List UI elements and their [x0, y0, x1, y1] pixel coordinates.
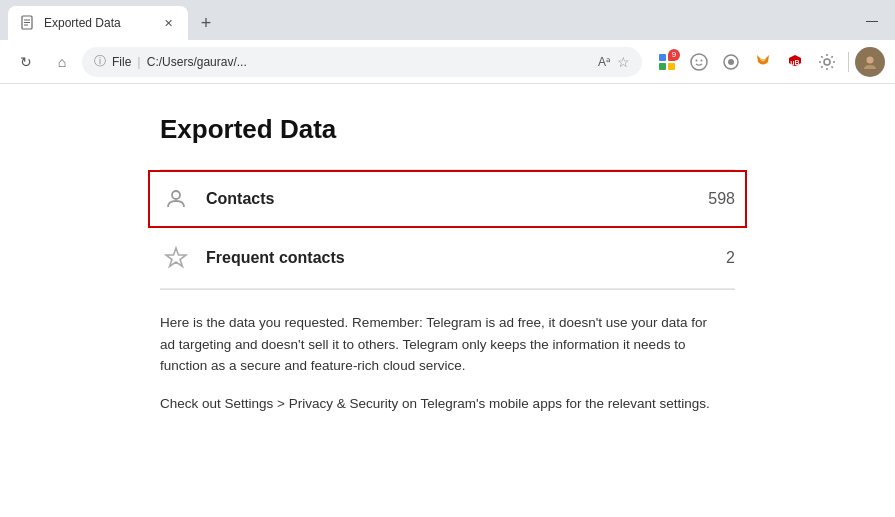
tab-close-button[interactable]: ✕	[160, 15, 176, 31]
fox-extension-button[interactable]	[748, 47, 778, 77]
reload-button[interactable]: ↻	[10, 46, 42, 78]
page-title: Exported Data	[160, 114, 735, 145]
info-paragraph-2: Check out Settings > Privacy & Security …	[160, 393, 720, 415]
separator: |	[137, 54, 140, 69]
svg-point-8	[691, 54, 707, 70]
contacts-count: 598	[708, 190, 735, 208]
address-text: C:/Users/gaurav/...	[147, 55, 247, 69]
items-divider	[160, 289, 735, 290]
svg-point-16	[172, 191, 180, 199]
svg-point-9	[696, 59, 698, 61]
window-controls: —	[849, 6, 895, 40]
minimize-button[interactable]: —	[849, 6, 895, 36]
bookmark-icon: ☆	[617, 54, 630, 70]
svg-rect-7	[668, 63, 675, 70]
frequent-contacts-label: Frequent contacts	[206, 249, 726, 267]
svg-point-15	[867, 56, 874, 63]
svg-text:uB: uB	[790, 59, 799, 66]
svg-point-14	[824, 59, 830, 65]
extensions-badge: 9	[668, 49, 680, 61]
address-bar[interactable]: ⓘ File | C:/Users/gaurav/... Aᵃ ☆	[82, 47, 642, 77]
browser-toolbar: ↻ ⌂ ⓘ File | C:/Users/gaurav/... Aᵃ ☆ 9	[0, 40, 895, 84]
tab-title: Exported Data	[44, 16, 152, 30]
home-button[interactable]: ⌂	[46, 46, 78, 78]
toolbar-separator	[848, 52, 849, 72]
reader-view-icon: Aᵃ	[598, 55, 611, 69]
svg-rect-6	[659, 63, 666, 70]
tab-exported-data[interactable]: Exported Data ✕	[8, 6, 188, 40]
home-icon: ⌂	[58, 54, 66, 70]
circle-extension-button[interactable]	[716, 47, 746, 77]
gear-extension-button[interactable]	[812, 47, 842, 77]
frequent-contacts-count: 2	[726, 249, 735, 267]
new-tab-button[interactable]: +	[192, 9, 220, 37]
toolbar-extensions: 9	[652, 47, 885, 77]
info-paragraph-1: Here is the data you requested. Remember…	[160, 312, 720, 377]
page-content: Exported Data Contacts 598 Frequent cont…	[0, 84, 895, 517]
frequent-contacts-item[interactable]: Frequent contacts 2	[160, 228, 735, 289]
frequent-contacts-icon	[160, 242, 192, 274]
extensions-button[interactable]: 9	[652, 47, 682, 77]
profile-button[interactable]	[855, 47, 885, 77]
shield-extension-button[interactable]: uB	[780, 47, 810, 77]
tab-bar: Exported Data ✕ + —	[0, 0, 895, 40]
contacts-icon	[160, 183, 192, 215]
info-section: Here is the data you requested. Remember…	[160, 312, 720, 414]
file-label: File	[112, 55, 131, 69]
svg-point-12	[728, 59, 734, 65]
contacts-label: Contacts	[206, 190, 708, 208]
face-extension-button[interactable]	[684, 47, 714, 77]
reload-icon: ↻	[20, 54, 32, 70]
contacts-item[interactable]: Contacts 598	[148, 170, 747, 228]
info-icon: ⓘ	[94, 53, 106, 70]
svg-rect-4	[659, 54, 666, 61]
tab-page-icon	[20, 15, 36, 31]
svg-point-10	[701, 59, 703, 61]
